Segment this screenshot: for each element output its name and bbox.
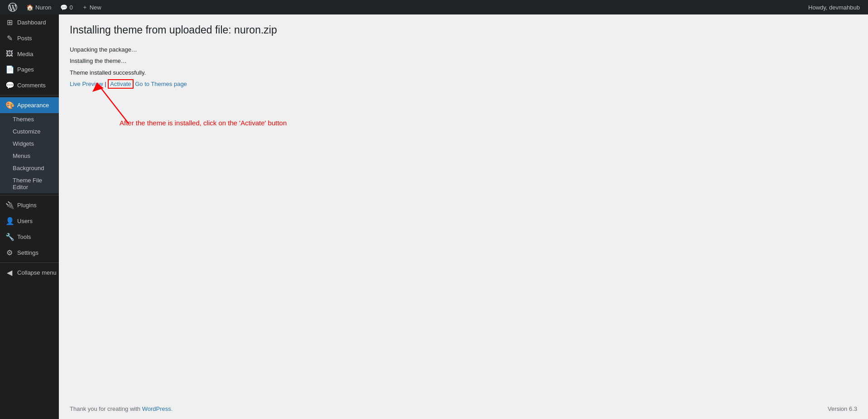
plus-icon: ＋ <box>82 3 88 11</box>
comments-label: Comments <box>17 82 46 89</box>
dashboard-label: Dashboard <box>17 19 46 26</box>
sidebar-item-comments[interactable]: 💬 Comments <box>0 77 59 93</box>
annotation-text: After the theme is installed, click on t… <box>120 119 287 127</box>
log-line-2: Installing the theme… <box>70 56 857 66</box>
sidebar-item-tools[interactable]: 🔧 Tools <box>0 229 59 245</box>
posts-icon: ✎ <box>5 34 14 43</box>
home-icon: 🏠 <box>26 4 34 11</box>
sidebar-subitem-menus[interactable]: Menus <box>0 150 59 162</box>
users-label: Users <box>17 218 33 224</box>
log-line-1: Unpacking the package… <box>70 44 857 55</box>
sidebar-subitem-themes[interactable]: Themes <box>0 113 59 125</box>
collapse-icon: ◀ <box>5 268 14 277</box>
appearance-label: Appearance <box>17 102 49 109</box>
sidebar-item-appearance[interactable]: 🎨 Appearance <box>0 97 59 113</box>
site-name: Nuron <box>35 4 51 11</box>
footer-thank-you: Thank you for creating with <box>70 405 140 412</box>
main-content-area: Installing theme from uploaded file: nur… <box>59 14 868 419</box>
comments-menu[interactable]: 💬 0 <box>56 0 77 14</box>
go-to-themes-link[interactable]: Go to Themes page <box>135 81 187 87</box>
plugins-label: Plugins <box>17 202 37 209</box>
pages-icon: 📄 <box>5 65 14 74</box>
posts-label: Posts <box>17 35 32 42</box>
sidebar-item-dashboard[interactable]: ⊞ Dashboard <box>0 14 59 30</box>
log-line-3: Theme installed successfully. <box>70 67 857 78</box>
svg-line-0 <box>97 83 129 124</box>
comment-icon: 💬 <box>60 4 67 11</box>
live-preview-link[interactable]: Live Preview <box>70 81 103 87</box>
widgets-label: Widgets <box>13 140 34 147</box>
sidebar-item-posts[interactable]: ✎ Posts <box>0 30 59 46</box>
howdy-text: Howdy, devmahbub <box>808 4 860 11</box>
annotation-container: After the theme is installed, click on t… <box>70 92 857 146</box>
action-links: Live Preview | Activate Go to Themes pag… <box>70 81 857 87</box>
collapse-label: Collapse menu <box>17 269 57 276</box>
plugins-icon: 🔌 <box>5 201 14 210</box>
media-icon: 🖼 <box>5 50 14 58</box>
sidebar-subitem-theme-file-editor[interactable]: Theme File Editor <box>0 174 59 193</box>
footer-version: Version 6.3 <box>828 405 857 412</box>
wp-footer: Thank you for creating with WordPress. V… <box>59 401 868 417</box>
site-name-menu[interactable]: 🏠 Nuron <box>22 0 56 14</box>
tools-icon: 🔧 <box>5 233 14 241</box>
sidebar-item-pages[interactable]: 📄 Pages <box>0 62 59 77</box>
dashboard-icon: ⊞ <box>5 18 14 27</box>
collapse-menu-button[interactable]: ◀ Collapse menu <box>0 265 59 281</box>
settings-label: Settings <box>17 249 38 256</box>
install-log: Unpacking the package… Installing the th… <box>70 44 857 78</box>
users-icon: 👤 <box>5 217 14 225</box>
sidebar-item-users[interactable]: 👤 Users <box>0 213 59 229</box>
tools-label: Tools <box>17 233 31 240</box>
appearance-icon: 🎨 <box>5 101 14 110</box>
admin-sidebar: ⊞ Dashboard ✎ Posts 🖼 Media 📄 Pages 💬 Co… <box>0 14 59 419</box>
customize-label: Customize <box>13 128 40 135</box>
sidebar-item-settings[interactable]: ⚙ Settings <box>0 245 59 261</box>
background-label: Background <box>13 165 44 171</box>
comments-count: 0 <box>69 4 72 11</box>
themes-label: Themes <box>13 116 34 123</box>
new-content-menu[interactable]: ＋ New <box>77 0 106 14</box>
sidebar-item-plugins[interactable]: 🔌 Plugins <box>0 197 59 213</box>
sidebar-subitem-customize[interactable]: Customize <box>0 125 59 138</box>
activate-link[interactable]: Activate <box>108 79 133 89</box>
new-label: New <box>90 4 101 11</box>
comments-icon: 💬 <box>5 81 14 90</box>
media-label: Media <box>17 51 33 57</box>
menus-label: Menus <box>13 152 30 159</box>
wp-logo-menu[interactable] <box>4 0 22 14</box>
footer-credit: Thank you for creating with WordPress. <box>70 405 173 412</box>
sidebar-subitem-widgets[interactable]: Widgets <box>0 138 59 150</box>
wordpress-link[interactable]: WordPress <box>142 405 171 412</box>
theme-file-editor-label: Theme File Editor <box>13 177 42 190</box>
page-title: Installing theme from uploaded file: nur… <box>70 24 857 37</box>
pages-label: Pages <box>17 66 34 73</box>
settings-icon: ⚙ <box>5 248 14 257</box>
howdy-menu[interactable]: Howdy, devmahbub <box>804 0 864 14</box>
admin-bar: 🏠 Nuron 💬 0 ＋ New Howdy, devmahbub <box>0 0 868 14</box>
sidebar-item-media[interactable]: 🖼 Media <box>0 46 59 62</box>
sidebar-subitem-background[interactable]: Background <box>0 162 59 174</box>
